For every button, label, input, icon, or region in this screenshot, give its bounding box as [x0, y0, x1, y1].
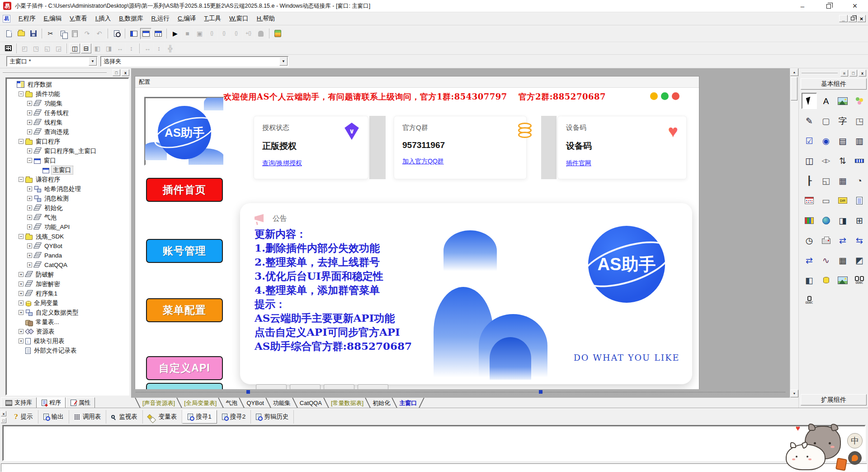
designed-window[interactable]: 配置 欢迎使用AS个人云端助手，有问题请联系上级询问，官方1群:85430779… [135, 76, 699, 389]
same-height-icon[interactable]: ↕ [126, 43, 137, 53]
center-vertical-icon[interactable]: ⊟ [81, 43, 91, 53]
open-file-icon[interactable] [15, 28, 27, 39]
debug-window-icon[interactable]: ▣ [194, 28, 205, 39]
sidebar-button-1[interactable]: 插件首页 [146, 178, 223, 202]
tree-item-label[interactable]: 窗口程序 [34, 138, 61, 146]
expand-icon[interactable]: + [27, 243, 32, 248]
doc-tab-1[interactable]: [声音资源表] [138, 398, 179, 408]
palette-combo-box[interactable]: ◫ [802, 153, 817, 169]
doc-tab-4[interactable]: QYBot [242, 398, 268, 408]
panel-close-button[interactable]: x [122, 69, 129, 76]
tree-item[interactable]: +查询违规 [7, 127, 128, 137]
mdi-child-icon[interactable]: 易 [3, 15, 10, 23]
expand-icon[interactable]: + [27, 129, 32, 134]
tree-item-label[interactable]: 浅殇_SDK [34, 233, 65, 241]
panel-close-button[interactable]: x [859, 70, 866, 76]
tree-item[interactable]: +气泡 [7, 213, 128, 222]
dropdown-arrow-icon[interactable]: ▼ [279, 57, 288, 66]
clipped-button[interactable] [256, 384, 287, 389]
palette-data-document[interactable]: ◧ [802, 272, 817, 288]
tree-item-label[interactable]: 谦容程序 [34, 176, 61, 184]
undo-icon[interactable]: ↶ [94, 28, 105, 39]
palette-group-box[interactable]: ▢ [818, 113, 834, 129]
expand-icon[interactable]: + [27, 101, 32, 106]
panel-tab-2[interactable]: 程序 [37, 397, 66, 408]
tree-item[interactable]: −窗口程序 [7, 137, 128, 146]
tree-item[interactable]: +线程集 [7, 118, 128, 127]
palette-list-box[interactable]: ▤ [835, 133, 850, 149]
tree-item-label[interactable]: 任务线程 [43, 109, 70, 117]
palette-border[interactable]: ◳ [852, 113, 867, 129]
tree-item[interactable]: −窗口 [7, 156, 128, 165]
menu-item-2[interactable]: E.编辑 [40, 13, 66, 24]
tree-item[interactable]: 程序数据 [7, 80, 128, 89]
menu-item-10[interactable]: H.帮助 [253, 13, 279, 24]
palette-timer-clock[interactable]: ◷ [802, 232, 817, 248]
tree-item[interactable]: +功能集 [7, 99, 128, 108]
doc-tab-2[interactable]: [全局变量表] [180, 398, 221, 408]
doc-tab-7[interactable]: [常量数据表] [327, 398, 368, 408]
tree-item[interactable]: +任务线程 [7, 108, 128, 118]
selection-handle[interactable] [539, 390, 542, 394]
tree-item[interactable]: 常量表... [7, 317, 128, 327]
expand-icon[interactable]: + [19, 281, 24, 286]
expand-icon[interactable]: + [27, 224, 32, 229]
size-both-icon[interactable]: ╬ [165, 43, 175, 53]
expand-icon[interactable]: + [27, 186, 32, 191]
palette-net-client[interactable]: ⇄ [835, 232, 850, 248]
palette-label[interactable]: A [818, 93, 834, 109]
same-width-icon[interactable]: ↔ [115, 43, 125, 53]
panel-maximize-button[interactable]: □ [849, 70, 857, 76]
expand-icon[interactable]: + [27, 196, 32, 201]
tree-item-label[interactable]: 窗口程序集_主窗口 [43, 147, 98, 155]
save-icon[interactable] [28, 28, 39, 39]
tree-item-label[interactable]: 消息检测 [43, 195, 70, 203]
align-top-icon[interactable]: ◱ [42, 43, 52, 53]
palette-picture-box[interactable] [835, 93, 850, 109]
expand-icon[interactable]: + [27, 253, 32, 258]
dock-close-button[interactable]: x [1, 411, 6, 416]
scroll-up-icon[interactable]: ▲ [790, 68, 798, 76]
sidebar-button-5[interactable]: 检测更新 [146, 383, 223, 389]
palette-edit-box[interactable]: ✎ [802, 113, 817, 129]
tree-item-label[interactable]: 查询违规 [43, 128, 70, 136]
expand-icon[interactable]: + [27, 205, 32, 210]
palette-odbc-pair[interactable]: ODBC [852, 272, 867, 288]
tree-item[interactable]: +Panda [7, 251, 128, 260]
mdi-close-button[interactable]: × [857, 15, 866, 22]
card-link[interactable]: 查询/换绑授权 [262, 159, 302, 167]
tree-item[interactable]: +QYBot [7, 241, 128, 251]
stop-icon[interactable]: ■ [182, 28, 193, 39]
palette-door-spin[interactable]: ◨ [835, 212, 850, 229]
expand-icon[interactable]: + [19, 339, 24, 343]
menu-item-3[interactable]: V.查看 [66, 13, 91, 24]
clipped-button[interactable] [358, 384, 388, 389]
tree-item[interactable]: −插件功能 [7, 89, 128, 99]
step-into-icon[interactable]: {} [206, 28, 217, 39]
dropdown-arrow-icon[interactable]: ▼ [89, 57, 97, 66]
menu-item-6[interactable]: R.运行 [147, 13, 174, 24]
doc-tab-5[interactable]: 功能集 [269, 398, 295, 408]
tree-item[interactable]: +程序集1 [7, 289, 128, 298]
align-left-icon[interactable]: ◰ [19, 43, 30, 53]
palette-shapes[interactable] [852, 93, 867, 109]
palette-edit-line[interactable]: ▭ [818, 192, 834, 209]
search-results-panel[interactable] [2, 425, 866, 461]
tree-item-label[interactable]: 资源表 [35, 328, 56, 336]
tree-item-label[interactable]: 加密解密 [34, 280, 61, 288]
cut-icon[interactable]: ✂ [45, 28, 56, 39]
run-icon[interactable]: ▶ [170, 28, 181, 39]
expand-icon[interactable]: + [19, 272, 24, 277]
panel-tab-3[interactable]: 属性 [66, 397, 95, 408]
tree-item[interactable]: +加密解密 [7, 279, 128, 289]
expand-icon[interactable]: + [27, 110, 32, 115]
tree-item-label[interactable]: 功能集 [43, 100, 64, 108]
layout-grid-icon[interactable] [152, 28, 164, 39]
tree-item-label[interactable]: 窗口 [42, 157, 57, 165]
doc-tab-3[interactable]: 气泡 [222, 398, 241, 408]
logo-picture-box[interactable]: AS助手 [144, 97, 224, 166]
palette-scale-ruler[interactable]: ┠ [802, 172, 817, 189]
ime-language-badge[interactable]: 中 [847, 433, 863, 448]
palette-animation[interactable]: ▦ [835, 172, 850, 189]
palette-color-picker[interactable] [802, 212, 817, 229]
